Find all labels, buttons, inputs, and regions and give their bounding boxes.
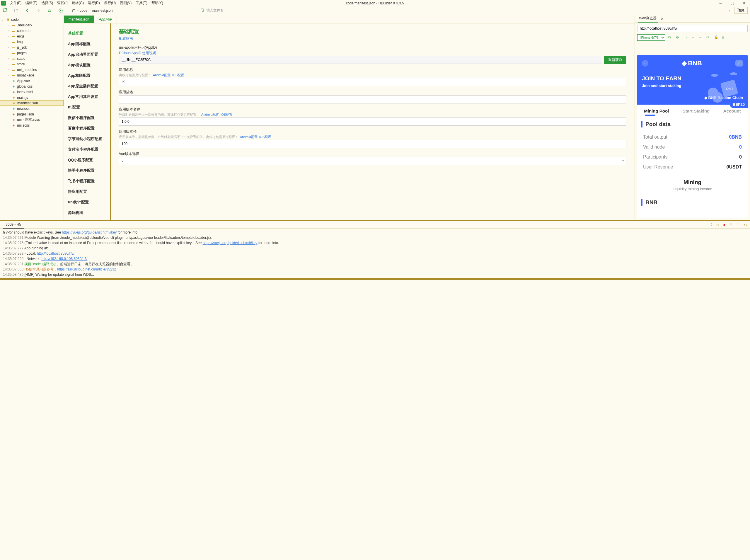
new-window-icon[interactable]	[2, 8, 7, 13]
manifest-nav-item[interactable]: h5配置	[68, 102, 110, 113]
console-stop-icon[interactable]: ■	[723, 223, 725, 227]
tree-folder[interactable]: ›▬pages	[0, 50, 64, 56]
open-file-icon[interactable]	[14, 8, 19, 13]
close-button[interactable]: ✕	[738, 0, 750, 6]
nav-forward-icon[interactable]	[36, 8, 41, 13]
manifest-nav-item[interactable]: QQ小程序配置	[68, 155, 110, 165]
menu-item[interactable]: 查找(I)	[55, 0, 69, 6]
editor-tab[interactable]: App.vue	[94, 16, 117, 23]
vercode-input[interactable]	[119, 140, 626, 148]
tree-file[interactable]: ◈uni.scss	[0, 122, 64, 128]
console-link[interactable]: http://192.168.0.108:8080/h5/	[41, 257, 87, 261]
tree-folder[interactable]: ›▬static	[0, 56, 64, 61]
ios-config-link[interactable]: iOS配置	[259, 135, 271, 139]
filter-icon[interactable]: ♀	[728, 8, 731, 13]
config-guide-link[interactable]: 配置指南	[119, 36, 133, 41]
tree-folder[interactable]: ›▬unpackage	[0, 73, 64, 78]
tree-file[interactable]: ◈manifest.json	[0, 100, 64, 106]
menu-item[interactable]: 视图(V)	[118, 0, 133, 6]
preview-button[interactable]: 预览	[734, 7, 748, 14]
search-file-input[interactable]: 输入文件名	[200, 8, 722, 13]
phone-tab[interactable]: Mining Pool	[644, 108, 669, 114]
appid-help-link[interactable]: DCloud AppID 使用说明	[119, 51, 156, 56]
manifest-nav-item[interactable]: 百度小程序配置	[68, 123, 110, 134]
manifest-nav-item[interactable]: App图标配置	[68, 39, 110, 49]
appid-input[interactable]	[119, 56, 602, 64]
tree-folder[interactable]: ›▬uni_modules	[0, 67, 64, 73]
tree-file[interactable]: ◈new.css	[0, 106, 64, 111]
menu-item[interactable]: 帮助(Y)	[150, 0, 165, 6]
ios-config-link[interactable]: iOS配置	[172, 73, 184, 77]
ios-config-link[interactable]: iOS配置	[221, 113, 232, 116]
tree-folder[interactable]: ›▬ercjs	[0, 34, 64, 39]
tree-file[interactable]: ◈index.html	[0, 89, 64, 95]
preview-tab[interactable]: Web浏览器	[638, 15, 658, 23]
menu-item[interactable]: 跳转(G)	[70, 0, 85, 6]
manifest-nav-item[interactable]: 飞书小程序配置	[68, 176, 110, 186]
open-external-icon[interactable]: ⧉	[668, 35, 673, 40]
console-link[interactable]: https://vuejs.org/guide/list.html#key	[62, 230, 117, 235]
android-config-link[interactable]: Android配置	[201, 113, 219, 116]
menu-item[interactable]: 编辑(E)	[24, 0, 39, 6]
menu-item[interactable]: 选择(S)	[40, 0, 55, 6]
tree-folder[interactable]: ›▬.hbuilderx	[0, 22, 64, 28]
console-link[interactable]: https://vuejs.org/guide/list.html#key	[203, 241, 258, 245]
manifest-nav-item[interactable]: App启动界面配置	[68, 49, 110, 60]
tree-folder[interactable]: ›▬img	[0, 39, 64, 44]
nav-back-icon[interactable]: ←	[691, 35, 696, 40]
manifest-nav-item[interactable]: App权限配置	[68, 70, 110, 81]
console-tab[interactable]: code - H5	[3, 221, 24, 228]
tree-file[interactable]: ◈uni - 副本.scss	[0, 117, 64, 122]
manifest-nav-item[interactable]: App模块配置	[68, 60, 110, 70]
android-config-link[interactable]: Android配置	[153, 73, 170, 77]
vername-input[interactable]	[119, 118, 626, 126]
manifest-nav-item[interactable]: 源码视图	[68, 207, 110, 218]
tree-file[interactable]: ◈main.js	[0, 95, 64, 100]
menu-item[interactable]: 文件(F)	[8, 0, 23, 6]
tree-root[interactable]: ⌵▣code	[0, 17, 64, 22]
device-select[interactable]: iPhone 6/7/8	[637, 34, 665, 41]
console-link[interactable]: https://ask.dcloud.net.cn/article/35232	[57, 267, 116, 271]
phone-tab[interactable]: Start Staking	[683, 108, 710, 114]
console-clear-icon[interactable]: ⊟	[729, 223, 732, 227]
tree-file[interactable]: ◈App.vue	[0, 78, 64, 83]
menu-item[interactable]: 工具(T)	[134, 0, 149, 6]
menu-item[interactable]: 发行(U)	[102, 0, 118, 6]
maximize-button[interactable]: ▢	[727, 0, 738, 6]
lock-icon[interactable]: 🔒	[714, 35, 719, 40]
manifest-nav-item[interactable]: uni统计配置	[68, 197, 110, 207]
tree-folder[interactable]: ›▬store	[0, 61, 64, 67]
console-link[interactable]: http://localhost:8080/h5/	[37, 252, 74, 256]
desc-input[interactable]	[119, 95, 626, 103]
reload-icon[interactable]: ⟳	[706, 35, 711, 40]
screenshot-icon[interactable]: ▭	[684, 35, 688, 40]
manifest-nav-item[interactable]: 快应用配置	[68, 186, 110, 197]
devtools-icon[interactable]: ⚙	[676, 35, 681, 40]
reacquire-button[interactable]: 重新获取	[604, 56, 626, 64]
tree-folder[interactable]: ›▬js_sdk	[0, 44, 64, 50]
breadcrumb-item[interactable]: code	[80, 8, 87, 13]
link-icon[interactable]: 🔗	[735, 60, 743, 66]
console-collapse-icon[interactable]: ⌃	[736, 223, 739, 227]
manifest-nav-item[interactable]: 微信小程序配置	[68, 113, 110, 123]
qr-icon[interactable]: ⊞	[722, 35, 726, 40]
tree-file[interactable]: ◈pages.json	[0, 111, 64, 117]
star-icon[interactable]	[47, 8, 52, 13]
manifest-nav-item[interactable]: 字节跳动小程序配置	[68, 134, 110, 144]
manifest-nav-item[interactable]: App常用其它设置	[68, 92, 110, 102]
preview-close-icon[interactable]: ✕	[661, 17, 664, 21]
minimize-button[interactable]: ─	[715, 0, 727, 6]
tree-file[interactable]: ◈global.css	[0, 83, 64, 89]
preview-url-input[interactable]	[637, 25, 748, 32]
appname-input[interactable]	[119, 78, 626, 86]
run-icon[interactable]	[58, 8, 63, 13]
phone-tab[interactable]: Account	[723, 108, 741, 114]
console-output[interactable]: h v-for should have explicit keys. See h…	[0, 228, 750, 278]
editor-tab[interactable]: manifest.json	[64, 16, 94, 23]
manifest-nav-item[interactable]: 支付宝小程序配置	[68, 144, 110, 155]
console-close-icon[interactable]: x↓	[744, 223, 747, 227]
nav-forward-icon[interactable]: →	[699, 35, 704, 40]
menu-item[interactable]: 运行(R)	[86, 0, 102, 6]
vue-version-select[interactable]	[119, 157, 626, 165]
nav-back-icon[interactable]	[25, 8, 30, 13]
